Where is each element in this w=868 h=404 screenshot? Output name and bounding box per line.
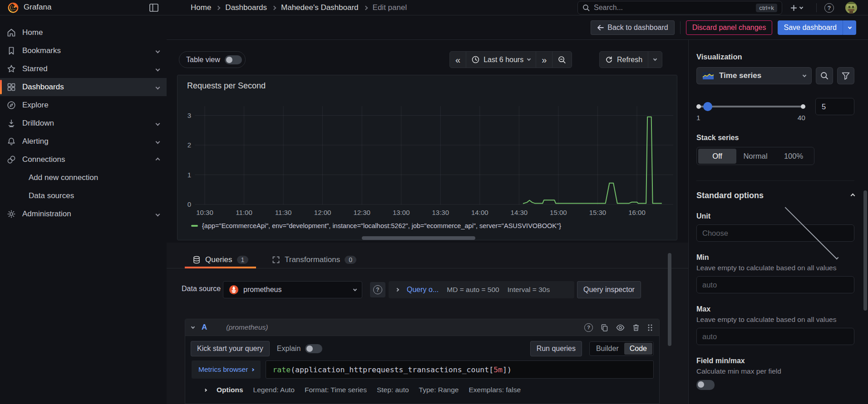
sidebar-item-bookmarks[interactable]: Bookmarks (0, 42, 167, 60)
collapse-query-chevron[interactable] (191, 325, 195, 329)
chevron-up-icon[interactable] (851, 194, 855, 198)
max-input[interactable] (696, 328, 854, 345)
breadcrumb-separator (216, 5, 221, 10)
standard-options-title: Standard options (696, 191, 851, 200)
page-scrollbar[interactable] (863, 190, 867, 311)
kick-start-query-button[interactable]: Kick start your query (191, 341, 270, 356)
run-queries-button[interactable]: Run queries (530, 341, 582, 356)
refresh-button[interactable]: Refresh (600, 52, 648, 68)
add-new-button[interactable] (790, 0, 803, 15)
builder-mode-option[interactable]: Builder (591, 343, 624, 355)
query-ref-label[interactable]: A (202, 323, 207, 332)
stack-off-option[interactable]: Off (698, 149, 736, 164)
chevron-down-icon[interactable] (156, 139, 160, 144)
unit-select[interactable]: Choose (696, 224, 854, 242)
arrow-left-icon (597, 24, 604, 31)
slider-value-input[interactable] (815, 98, 854, 115)
grafana-app: Grafana Home Dashboards Mahedee's Dashbo… (0, 0, 868, 404)
breadcrumb-dashboard-name[interactable]: Mahedee's Dashboard (281, 3, 359, 12)
refresh-interval-dropdown[interactable] (648, 52, 662, 68)
chevron-right-icon[interactable] (395, 288, 399, 292)
viz-filter-button[interactable] (837, 67, 854, 84)
unit-label: Unit (696, 212, 854, 220)
time-shift-forward-button[interactable]: » (536, 52, 552, 68)
back-to-dashboard-button[interactable]: Back to dashboard (591, 20, 674, 35)
top-bar: Grafana Home Dashboards Mahedee's Dashbo… (0, 0, 868, 15)
drag-handle-icon[interactable] (647, 324, 653, 331)
time-shift-back-button[interactable]: « (450, 52, 466, 68)
min-input[interactable] (696, 276, 854, 293)
table-view-control: Table view (179, 51, 246, 68)
chevron-down-icon[interactable] (156, 67, 160, 71)
datasource-help-button[interactable]: ? (370, 282, 385, 297)
timeseries-viz-icon (702, 72, 714, 80)
save-dashboard-dropdown[interactable] (843, 20, 856, 35)
user-avatar[interactable] (845, 0, 857, 15)
code-mode-option[interactable]: Code (624, 343, 652, 355)
datasource-picker[interactable]: prometheus (223, 281, 362, 298)
zoom-out-time-button[interactable] (552, 52, 572, 68)
query-inspector-button[interactable]: Query inspector (577, 281, 641, 298)
horizontal-scrollbar[interactable] (362, 236, 475, 240)
search-input[interactable] (594, 4, 752, 12)
field-minmax-toggle[interactable] (696, 380, 715, 390)
discard-panel-changes-button[interactable]: Discard panel changes (686, 20, 773, 35)
sidebar-item-drilldown[interactable]: Drilldown (0, 114, 167, 132)
query-help-icon[interactable]: ? (584, 323, 593, 332)
table-view-toggle[interactable] (225, 55, 242, 64)
query-options-link[interactable]: Query o... (407, 286, 439, 294)
tab-queries[interactable]: Queries 1 (192, 251, 248, 268)
help-button[interactable]: ? (824, 0, 834, 15)
chevron-down-icon[interactable] (156, 85, 160, 89)
metrics-browser-button[interactable]: Metrics browser (192, 360, 261, 379)
sidebar-item-home[interactable]: Home (0, 24, 167, 42)
gear-icon (6, 209, 16, 219)
sidebar-item-alerting[interactable]: Alerting (0, 132, 167, 151)
field-minmax-description: Calculate min max per field (696, 367, 854, 375)
visualization-picker[interactable]: Time series (696, 67, 812, 84)
global-search[interactable]: ctrl+k (577, 1, 782, 15)
explain-toggle[interactable] (305, 344, 322, 353)
value-slider[interactable] (696, 102, 805, 111)
chevron-down-icon[interactable] (156, 212, 160, 216)
slider-rail (696, 106, 805, 107)
chart-legend[interactable]: {app="EcommerceApi", env="development", … (191, 222, 561, 229)
slider-knob[interactable] (703, 102, 712, 111)
sidebar-item-data-sources[interactable]: Data sources (0, 187, 167, 205)
breadcrumb-home[interactable]: Home (191, 3, 211, 12)
connections-link-icon (6, 155, 16, 165)
sidebar-item-connections[interactable]: Connections (0, 151, 167, 169)
save-dashboard-button[interactable]: Save dashboard (778, 20, 843, 35)
question-circle-icon: ? (824, 3, 834, 13)
chevron-down-icon[interactable] (156, 121, 160, 126)
sidebar-item-administration[interactable]: Administration (0, 205, 167, 223)
promql-code-input[interactable]: rate(application_httprequests_transactio… (266, 360, 654, 379)
chevron-right-icon[interactable] (204, 388, 207, 391)
duplicate-query-icon[interactable] (601, 324, 608, 331)
content-vertical-scrollbar[interactable] (668, 253, 671, 346)
delete-query-trash-icon[interactable] (632, 324, 640, 331)
options-label[interactable]: Options (217, 386, 243, 394)
tab-transformations[interactable]: Transformations 0 (272, 251, 356, 268)
sidebar-item-dashboards[interactable]: Dashboards (0, 78, 167, 96)
dock-sidebar-icon[interactable] (148, 2, 160, 13)
query-card-header[interactable]: A (prometheus) ? (185, 319, 659, 336)
max-description: Leave empty to calculate based on all va… (696, 316, 854, 324)
chevron-down-icon[interactable] (156, 49, 160, 53)
sidebar-item-explore[interactable]: Explore (0, 96, 167, 114)
svg-text:11:00: 11:00 (236, 209, 252, 216)
unit-placeholder: Choose (702, 229, 775, 238)
standard-options-section-header[interactable]: Standard options (696, 180, 854, 200)
stack-100-option[interactable]: 100% (774, 149, 813, 164)
grafana-logo-icon[interactable] (7, 2, 19, 14)
hide-response-eye-icon[interactable] (616, 324, 625, 331)
stack-normal-option[interactable]: Normal (736, 149, 774, 164)
timeseries-chart[interactable]: 012310:3011:0011:3012:0012:3013:0013:301… (178, 93, 677, 223)
sidebar-item-starred[interactable]: Starred (0, 60, 167, 78)
viz-search-button[interactable] (816, 67, 833, 84)
sidebar-item-add-new-connection[interactable]: Add new connection (0, 169, 167, 187)
breadcrumb-dashboards[interactable]: Dashboards (225, 3, 267, 12)
time-range-picker[interactable]: Last 6 hours (466, 52, 536, 68)
chevron-up-icon[interactable] (156, 157, 160, 162)
prometheus-icon (229, 285, 239, 295)
